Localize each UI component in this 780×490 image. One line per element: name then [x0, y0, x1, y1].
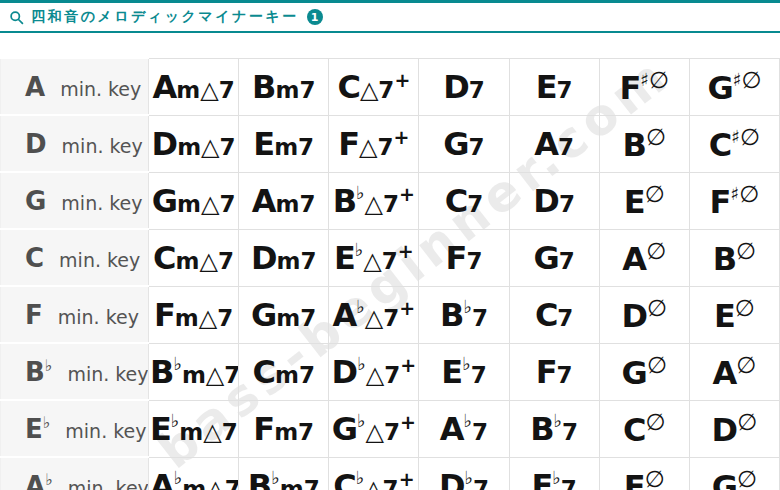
- chord-root: F: [154, 296, 175, 334]
- chord-quality: 7: [382, 248, 398, 274]
- chord-root: C: [535, 296, 557, 334]
- chord-root: E: [531, 467, 552, 490]
- key-cell: E♭min. key: [1, 400, 149, 457]
- chord-cell: Gm△7: [149, 172, 239, 229]
- chord-quality: 7: [298, 419, 314, 445]
- table-row: Dmin. keyDm△7Em7F△7+G7A7B∅C♯∅: [1, 115, 780, 172]
- chord-cell: D∅: [599, 286, 689, 343]
- chord-root: D: [251, 239, 277, 277]
- key-letter: C: [25, 243, 44, 273]
- flat-symbol: ♭: [356, 296, 365, 317]
- chord-root: B: [530, 410, 553, 448]
- chord-cell: Gm7: [239, 286, 329, 343]
- chord-quality: 7: [383, 305, 399, 331]
- chord-quality: 7: [299, 77, 315, 103]
- chord-root: B: [713, 240, 736, 278]
- flat-symbol: ♭: [465, 467, 474, 488]
- flat-symbol: ♭: [356, 182, 365, 203]
- chord-quality: 7: [384, 362, 400, 388]
- chord-cell: F7: [509, 343, 599, 400]
- sharp-symbol: ♯: [640, 69, 649, 90]
- chord-root: A: [150, 467, 174, 490]
- chord-cell: C♯∅: [689, 115, 779, 172]
- half-diminished-symbol: ∅: [646, 124, 666, 150]
- half-diminished-symbol: ∅: [647, 295, 667, 321]
- chord-root: A: [333, 296, 357, 334]
- chord-root: F: [619, 69, 640, 107]
- chord-root: E: [334, 239, 355, 277]
- chord-cell: G∅: [599, 343, 689, 400]
- chord-root: D: [332, 353, 358, 391]
- chord-root: G: [332, 410, 357, 448]
- chord-root: C: [333, 467, 355, 490]
- chord-cell: Fm△7: [149, 286, 239, 343]
- chord-cell: Am△7: [149, 58, 239, 115]
- key-suffix-label: min. key: [67, 363, 148, 385]
- chord-root: D: [712, 411, 738, 449]
- augmented-plus-symbol: +: [394, 126, 410, 148]
- chord-root: G: [533, 239, 558, 277]
- chord-root: G: [443, 125, 468, 163]
- chord-quality: m: [176, 248, 200, 274]
- chord-root: F: [624, 468, 645, 490]
- major7-triangle-symbol: △: [366, 418, 384, 446]
- augmented-plus-symbol: +: [400, 411, 416, 433]
- chord-root: A: [152, 68, 176, 106]
- circled-number-badge: 1: [307, 9, 323, 25]
- chord-quality: 7: [557, 305, 573, 331]
- chord-cell: E♭7: [419, 343, 509, 400]
- chord-cell: C7: [419, 172, 509, 229]
- sharp-symbol: ♯: [731, 126, 740, 147]
- chord-quality: 7: [300, 248, 316, 274]
- chord-quality: 7: [562, 419, 578, 445]
- key-suffix-label: min. key: [59, 249, 140, 271]
- chord-root: G: [712, 468, 737, 490]
- chord-cell: G♭△7+: [329, 400, 419, 457]
- chord-cell: E7: [509, 58, 599, 115]
- chord-cell: Fm7: [239, 400, 329, 457]
- major7-triangle-symbol: △: [201, 190, 219, 218]
- chord-cell: F7: [419, 229, 509, 286]
- chord-quality: 7: [219, 77, 235, 103]
- chord-quality: 7: [469, 77, 485, 103]
- key-cell: Dmin. key: [1, 115, 149, 172]
- chord-quality: m: [275, 362, 299, 388]
- key-letter: A: [25, 471, 45, 490]
- chord-quality: 7: [220, 134, 236, 160]
- chord-root: B: [440, 296, 463, 334]
- chord-cell: G7: [419, 115, 509, 172]
- chord-cell: Dm△7: [149, 115, 239, 172]
- half-diminished-symbol: ∅: [736, 352, 756, 378]
- chord-quality: 7: [298, 134, 314, 160]
- chord-root: D: [439, 467, 465, 490]
- chord-quality: m: [179, 419, 203, 445]
- chord-cell: E♭m△7: [149, 400, 239, 457]
- chord-cell: B♭7: [419, 286, 509, 343]
- chord-root: G: [622, 354, 647, 392]
- chord-quality: 7: [378, 77, 394, 103]
- chord-cell: B∅: [599, 115, 689, 172]
- sharp-symbol: ♯: [730, 183, 739, 204]
- chord-cell: D♭7: [419, 457, 509, 490]
- chord-quality: m: [277, 248, 301, 274]
- flat-symbol: ♭: [45, 356, 53, 375]
- chord-root: A: [713, 354, 737, 392]
- major7-triangle-symbol: △: [365, 190, 383, 218]
- chord-cell: A♭7: [419, 400, 509, 457]
- augmented-plus-symbol: +: [400, 354, 416, 376]
- flat-symbol: ♭: [464, 410, 473, 431]
- chord-cell: E♭7: [509, 457, 599, 490]
- chord-quality: m: [276, 191, 300, 217]
- key-letter: A: [25, 72, 45, 102]
- key-suffix-label: min. key: [65, 420, 146, 442]
- chord-cell: F♯∅: [689, 172, 779, 229]
- chord-root: F: [710, 183, 731, 221]
- key-suffix-label: min. key: [62, 135, 143, 157]
- chord-root: B: [333, 182, 356, 220]
- chord-root: F: [338, 125, 359, 163]
- half-diminished-symbol: ∅: [740, 124, 760, 150]
- chord-root: G: [707, 69, 732, 107]
- half-diminished-symbol: ∅: [737, 466, 757, 490]
- chord-quality: 7: [299, 362, 315, 388]
- flat-symbol: ♭: [552, 467, 561, 488]
